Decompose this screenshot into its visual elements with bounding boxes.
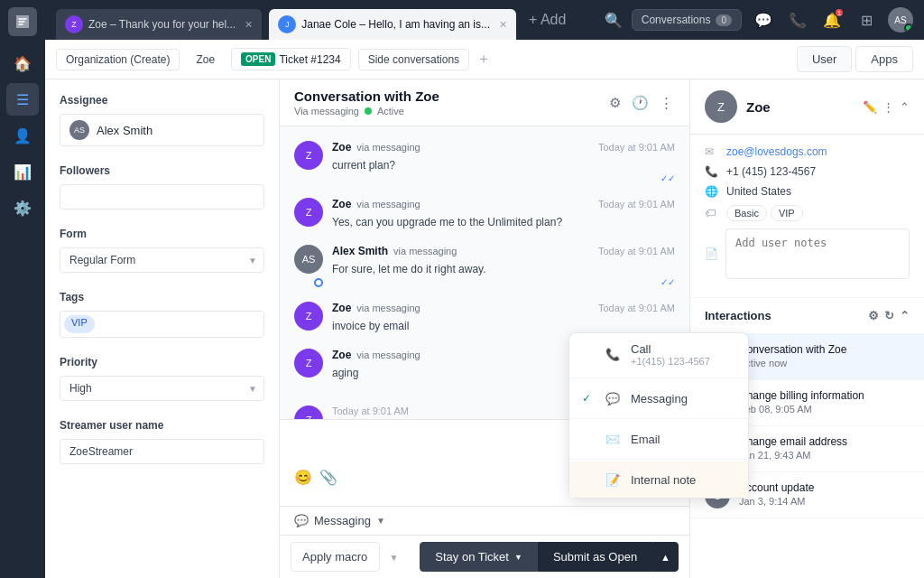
chat-icon[interactable]: 💬 [751,7,776,33]
dropdown-divider-2 [569,418,748,419]
conv-title-area: Conversation with Zoe Via messaging Acti… [294,89,439,117]
edit-profile-icon[interactable]: ✏️ [863,100,877,114]
tab-zoe-close[interactable]: ✕ [245,19,253,31]
submit-as-open-button[interactable]: Submit as Open [538,542,652,572]
user-avatar[interactable]: AS [888,7,913,33]
message-channel: via messaging [356,199,420,210]
submit-dropdown-icon[interactable]: ▲ [652,542,679,572]
ticket-badge[interactable]: OPEN Ticket #1234 [231,48,351,70]
message-header: Zoe via messaging Today at 9:01 AM [332,141,675,154]
search-icon[interactable]: 🔍 [605,12,623,29]
topbar-right: 🔍 Conversations 0 💬 📞 🔔 1 ⊞ AS [605,7,913,33]
interaction-subtitle: Feb 08, 9:05 AM [739,404,864,415]
add-side-conv-icon[interactable]: ＋ [476,50,491,69]
user-profile-avatar: Z [705,90,737,123]
followers-field: Followers [60,164,264,210]
channel-chevron-icon: ▼ [376,516,385,526]
apps-grid-icon[interactable]: ⊞ [854,7,879,33]
nav-settings-icon[interactable]: ⚙️ [6,191,39,224]
macro-select[interactable]: Apply macro [291,542,380,572]
filter-interactions-icon[interactable]: ⚙ [868,309,879,322]
phone-icon: 📞 [705,165,719,178]
zoe-breadcrumb[interactable]: Zoe [187,50,224,70]
conversation-title: Conversation with Zoe [294,89,439,104]
more-options-icon[interactable]: ⋮ [658,93,675,113]
user-notes-input[interactable] [725,228,910,279]
form-label: Form [60,228,264,240]
interactions-actions: ⚙ ↻ ⌃ [868,309,910,322]
filter-icon[interactable]: ⚙ [607,93,623,113]
emoji-icon[interactable]: 😊 [294,469,312,486]
message-text: current plan? [332,157,675,173]
online-status-indicator [904,23,913,33]
nav-tickets-icon[interactable]: ☰ [6,83,39,116]
notification-badge: 1 [836,9,843,16]
message-channel: via messaging [356,142,420,153]
profile-actions: ✏️ ⋮ ⌃ [863,100,910,114]
main-area: Assignee AS Alex Smith Followers Form Re… [45,79,924,578]
message-content: Zoe via messaging Today at 9:01 AM curre… [332,141,675,183]
followers-input[interactable] [60,184,264,210]
user-view-button[interactable]: User [797,46,852,72]
more-profile-icon[interactable]: ⋮ [882,100,894,114]
message-content: Zoe via messaging Today at 9:01 AM Yes, … [332,198,675,230]
top-bar: Z Zoe – Thank you for your hel... ✕ J Ja… [45,0,924,40]
attachment-icon[interactable]: 📎 [319,469,337,486]
priority-select[interactable]: High [60,376,264,401]
message-text: Yes, can you upgrade me to the Unlimited… [332,214,675,230]
message-item: Z Zoe via messaging Today at 9:01 AM Yes… [294,198,675,230]
channel-dropdown-menu: 📞 Call +1(415) 123-4567 ✓ 💬 Messaging ✉️… [568,332,749,499]
call-icon: 📞 [604,346,622,364]
left-navigation: 🏠 ☰ 👤 📊 ⚙️ [0,0,45,578]
email-icon: ✉️ [604,430,622,448]
tags-row: 🏷 Basic VIP [705,205,910,221]
history-icon[interactable]: 🕐 [630,93,651,113]
assignee-selector[interactable]: AS Alex Smith [60,114,264,146]
dropdown-internal-note-item[interactable]: 📝 Internal note [569,461,748,498]
globe-icon: 🌐 [705,185,719,198]
message-avatar: Z [294,302,323,331]
dropdown-email-item[interactable]: ✉️ Email [569,421,748,457]
conversations-button[interactable]: Conversations 0 [632,9,742,31]
stay-chevron-icon: ▼ [514,553,522,562]
message-channel: via messaging [356,350,420,360]
view-toggle: User Apps [797,46,913,72]
stay-on-ticket-button[interactable]: Stay on Ticket ▼ [420,542,538,572]
dropdown-call-item[interactable]: 📞 Call +1(415) 123-4567 [569,333,748,376]
phone-icon[interactable]: 📞 [785,7,810,33]
apps-view-button[interactable]: Apps [855,46,913,72]
org-create-button[interactable]: Organization (Create) [56,49,180,70]
nav-users-icon[interactable]: 👤 [6,119,39,152]
message-time: Today at 9:01 AM [332,406,409,416]
svg-point-0 [316,280,321,285]
open-status-badge: OPEN [241,52,275,66]
refresh-interactions-icon[interactable]: ↻ [884,309,894,322]
center-panel: Conversation with Zoe Via messaging Acti… [280,79,689,578]
channel-selector[interactable]: 💬 Messaging ▼ [280,506,689,535]
user-email[interactable]: zoe@lovesdogs.com [726,145,827,158]
streamer-input[interactable] [60,439,264,464]
message-time: Today at 9:01 AM [598,246,675,256]
message-sender: Zoe [332,198,351,210]
notifications-icon[interactable]: 🔔 1 [819,7,845,33]
collapse-interactions-icon[interactable]: ⌃ [900,309,910,322]
submit-area: Stay on Ticket ▼ Submit as Open ▲ [420,542,679,572]
side-conversations-button[interactable]: Side conversations [358,49,469,70]
nav-home-icon[interactable]: 🏠 [6,47,39,79]
form-select[interactable]: Regular Form [60,247,264,273]
collapse-profile-icon[interactable]: ⌃ [900,100,910,114]
streamer-label: Streamer user name [60,419,264,432]
dropdown-messaging-item[interactable]: ✓ 💬 Messaging [569,380,748,416]
add-tab-button[interactable]: + Add [523,12,571,28]
tab-janae[interactable]: J Janae Cole – Hello, I am having an is.… [269,9,516,40]
interaction-details: Change billing information Feb 08, 9:05 … [739,389,864,415]
interaction-title: Conversation with Zoe [739,343,846,356]
assignee-avatar: AS [69,120,89,140]
tab-zoe[interactable]: Z Zoe – Thank you for your hel... ✕ [56,9,262,40]
tags-container[interactable]: VIP [60,311,264,338]
vip-tag: VIP [64,315,95,333]
interaction-title: Change email address [739,435,847,448]
message-read-indicator: ✓✓ [332,277,675,287]
tab-janae-close[interactable]: ✕ [499,19,507,31]
nav-reports-icon[interactable]: 📊 [6,155,39,188]
